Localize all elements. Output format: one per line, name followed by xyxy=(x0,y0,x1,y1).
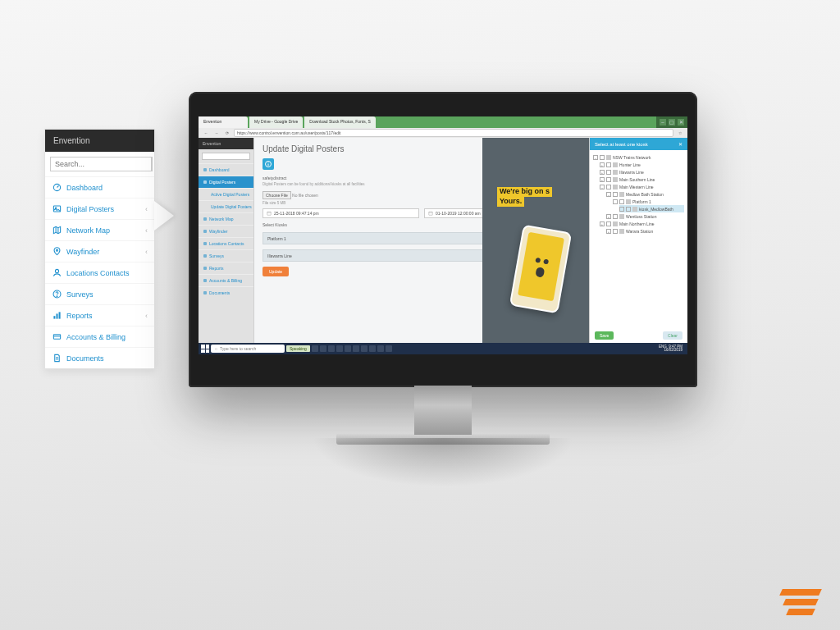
tree-toggle-icon[interactable]: – xyxy=(606,192,611,197)
app-nav-item[interactable]: Wayfinder xyxy=(199,225,253,237)
start-button[interactable] xyxy=(201,345,209,353)
browser-tab[interactable]: Envention xyxy=(199,116,248,128)
sidebar-item-reports[interactable]: Reports‹ xyxy=(45,304,154,326)
taskbar-app-icon[interactable] xyxy=(369,345,376,352)
tree-toggle-icon[interactable]: + xyxy=(600,162,605,167)
tree-node-label: kiosk_MedlowBath xyxy=(639,207,673,212)
taskbar-app-icon[interactable] xyxy=(312,345,318,352)
update-button[interactable]: Update xyxy=(262,267,289,276)
svg-point-11 xyxy=(57,296,57,297)
tree-toggle-icon[interactable] xyxy=(613,199,618,204)
date-from-input[interactable]: 25-11-2018 09:47:14 pm xyxy=(262,208,419,218)
info-button[interactable] xyxy=(262,158,274,170)
taskbar-clock[interactable]: ENG 9:47 PM 16/02/2019 xyxy=(659,345,685,353)
nav-icon xyxy=(203,267,207,270)
taskbar-app-icon[interactable] xyxy=(361,345,368,352)
taskbar-app-icon[interactable] xyxy=(353,345,359,352)
sidebar-item-dashboard[interactable]: Dashboard xyxy=(45,176,154,198)
tree-node-icon xyxy=(619,192,624,197)
kiosk-save-button[interactable]: Save xyxy=(595,331,614,340)
app-nav-item[interactable]: Active Digital Posters xyxy=(199,188,253,200)
app-nav-item[interactable]: Network Map xyxy=(199,212,253,225)
tree-toggle-icon[interactable]: – xyxy=(600,185,605,189)
app-nav-item[interactable]: Locations Contacts xyxy=(199,237,253,249)
close-button[interactable]: ✕ xyxy=(678,119,684,126)
taskbar-search[interactable]: ○ Type here to search xyxy=(211,345,285,353)
svg-rect-14 xyxy=(59,312,61,318)
tree-toggle-icon[interactable]: + xyxy=(606,214,611,219)
taskbar-app-icon[interactable] xyxy=(386,345,392,352)
taskbar-app-icon[interactable] xyxy=(377,345,384,352)
svg-rect-13 xyxy=(56,313,57,318)
sidebar-item-locations-contacts[interactable]: Locations Contacts xyxy=(45,262,154,283)
taskbar-app-icon[interactable] xyxy=(328,345,335,352)
maximize-button[interactable]: ▢ xyxy=(669,119,675,126)
tree-node[interactable]: +Wentloss Station xyxy=(606,212,684,220)
tree-checkbox[interactable] xyxy=(613,214,618,219)
tree-checkbox[interactable] xyxy=(626,207,631,212)
back-button[interactable]: ← xyxy=(202,130,210,136)
tree-toggle-icon[interactable]: + xyxy=(606,229,611,234)
tree-node[interactable]: +Illawarra Line xyxy=(600,168,684,176)
reload-button[interactable]: ⟳ xyxy=(223,130,231,136)
app-nav-item[interactable]: Surveys xyxy=(199,249,253,262)
search-input[interactable] xyxy=(50,157,151,171)
taskbar-app-icon[interactable] xyxy=(336,345,343,352)
tree-toggle-icon[interactable] xyxy=(619,207,624,212)
tree-toggle-icon[interactable]: + xyxy=(600,170,605,175)
kiosk-panel-close-icon[interactable]: ✕ xyxy=(678,141,682,147)
tree-checkbox[interactable] xyxy=(606,185,611,189)
sidebar-item-wayfinder[interactable]: Wayfinder‹ xyxy=(45,240,154,262)
kiosk-tree: –NSW Trains Network+Hunter Line+Illawarr… xyxy=(590,150,687,328)
app-nav-item[interactable]: Accounts & Billing xyxy=(199,274,253,286)
tree-checkbox[interactable] xyxy=(619,199,624,204)
tree-checkbox[interactable] xyxy=(606,177,611,182)
app-nav-item[interactable]: Digital Posters xyxy=(199,176,253,188)
url-field[interactable]: https://www.control.envention.com.au/use… xyxy=(234,129,673,137)
forward-button[interactable]: → xyxy=(212,130,221,136)
sidebar-item-surveys[interactable]: Surveys xyxy=(45,283,154,304)
tree-node[interactable]: +Hunter Line xyxy=(600,161,684,168)
app-nav-item[interactable]: Reports xyxy=(199,262,253,274)
sidebar-item-documents[interactable]: Documents xyxy=(45,347,154,368)
sidebar-item-network-map[interactable]: Network Map‹ xyxy=(45,219,154,240)
tree-node[interactable]: –Main Western Line xyxy=(600,183,684,190)
minimize-button[interactable]: – xyxy=(660,119,666,126)
search-button[interactable] xyxy=(151,157,153,171)
app-search-input[interactable] xyxy=(202,153,250,160)
browser-tab[interactable]: My Drive - Google Drive xyxy=(249,116,303,128)
tree-checkbox[interactable] xyxy=(606,221,611,226)
sidebar-item-accounts-billing[interactable]: Accounts & Billing xyxy=(45,326,154,347)
nav-label: Digital Posters xyxy=(209,180,235,185)
taskbar-app-icon[interactable] xyxy=(320,345,326,352)
tree-checkbox[interactable] xyxy=(606,170,611,175)
tree-node[interactable]: –Medlow Bath Station xyxy=(606,190,684,198)
tree-node[interactable]: +Main Northern Line xyxy=(600,220,684,227)
sidebar-item-digital-posters[interactable]: Digital Posters‹ xyxy=(45,198,154,219)
tree-toggle-icon[interactable]: – xyxy=(593,155,598,160)
tree-checkbox[interactable] xyxy=(606,162,611,167)
app-nav-item[interactable]: Update Digital Posters xyxy=(199,200,253,212)
app-nav-item[interactable]: Dashboard xyxy=(199,163,253,176)
browser-tab[interactable]: Download Stock Photos, Fonts, S xyxy=(304,116,375,128)
taskbar-app-icon[interactable] xyxy=(345,345,351,352)
tree-node-label: Platform 1 xyxy=(632,199,651,204)
tree-checkbox[interactable] xyxy=(613,229,618,234)
tree-node[interactable]: +Main Southern Line xyxy=(600,176,684,183)
tree-node[interactable]: Platform 1 xyxy=(613,198,684,205)
tree-checkbox[interactable] xyxy=(613,192,618,197)
monitor-stand-neck xyxy=(414,386,472,435)
app-nav-item[interactable]: Documents xyxy=(199,286,253,299)
kiosk-clear-button[interactable]: Clear xyxy=(663,331,682,340)
nav-label: Update Digital Posters xyxy=(211,204,252,209)
calendar-icon xyxy=(267,211,272,216)
tree-node[interactable]: kiosk_MedlowBath xyxy=(619,205,684,212)
tree-toggle-icon[interactable]: + xyxy=(600,221,605,226)
tree-node[interactable]: –NSW Trains Network xyxy=(593,153,684,161)
star-icon[interactable]: ☆ xyxy=(676,130,684,136)
tree-node[interactable]: +Warara Station xyxy=(606,227,684,235)
app-main: Update Digital Posters safetydistract Di… xyxy=(254,138,589,343)
tree-checkbox[interactable] xyxy=(600,155,605,160)
choose-file-button[interactable]: Choose File xyxy=(262,191,291,199)
tree-toggle-icon[interactable]: + xyxy=(600,177,605,182)
